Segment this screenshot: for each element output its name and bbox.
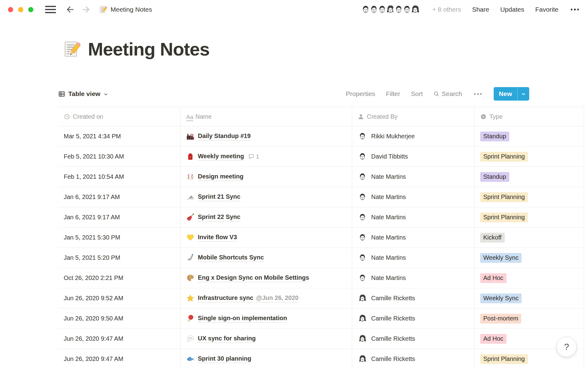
- new-button-label[interactable]: New: [494, 87, 517, 101]
- search-button[interactable]: Search: [433, 90, 462, 98]
- type-cell[interactable]: Sprint Planning: [475, 207, 584, 227]
- created-by-cell[interactable]: Camille Ricketts: [352, 329, 475, 349]
- created-on-cell[interactable]: Oct 26, 2020 2:21 PM: [58, 268, 181, 288]
- table-row: Feb 5, 2021 10:30 AMWeekly meeting1David…: [58, 147, 584, 167]
- column-header-created-on[interactable]: Created on: [58, 107, 181, 126]
- created-on-cell[interactable]: Jun 26, 2020 9:47 AM: [58, 349, 181, 368]
- page-link[interactable]: Weekly meeting: [198, 153, 244, 161]
- name-cell[interactable]: Sprint 21 Sync: [181, 187, 352, 207]
- page-link[interactable]: Sprint 21 Sync: [198, 193, 240, 201]
- type-cell[interactable]: Standup: [475, 126, 584, 146]
- page-link[interactable]: UX sync for sharing: [198, 335, 256, 343]
- date-mention[interactable]: @Jun 26, 2020: [256, 294, 298, 302]
- favorite-button[interactable]: Favorite: [535, 6, 559, 13]
- more-options-icon[interactable]: [570, 7, 580, 12]
- page-link[interactable]: Sprint 30 planning: [198, 355, 251, 363]
- type-cell[interactable]: Weekly Sync: [475, 248, 584, 268]
- created-by-cell[interactable]: Nate Martins: [352, 167, 475, 187]
- type-cell[interactable]: Weekly Sync: [475, 288, 584, 308]
- created-on-cell[interactable]: Jan 5, 2021 5:30 PM: [58, 228, 181, 247]
- created-by-cell[interactable]: Camille Ricketts: [352, 349, 475, 368]
- comment-count[interactable]: 1: [248, 153, 259, 160]
- page-link[interactable]: Mobile Shortcuts Sync: [198, 254, 264, 262]
- created-on-cell[interactable]: Feb 5, 2021 10:30 AM: [58, 147, 181, 167]
- collaborator-avatar: [409, 4, 421, 15]
- close-window-button[interactable]: [8, 7, 13, 12]
- column-header-created-by[interactable]: Created By: [352, 107, 475, 126]
- filter-button[interactable]: Filter: [386, 90, 400, 98]
- type-cell[interactable]: Sprint Planning: [475, 187, 584, 207]
- sneaker-emoji: [186, 193, 194, 201]
- name-cell[interactable]: Mobile Shortcuts Sync: [181, 248, 352, 268]
- created-on-cell[interactable]: Jun 26, 2020 9:47 AM: [58, 329, 181, 349]
- new-button[interactable]: New: [494, 87, 529, 101]
- page-link[interactable]: Sprint 22 Sync: [198, 213, 240, 221]
- forward-arrow-icon[interactable]: [81, 5, 90, 14]
- page-link[interactable]: Single sign-on implementation: [198, 315, 287, 323]
- sort-button[interactable]: Sort: [411, 90, 423, 98]
- created-on-cell[interactable]: Jan 5, 2021 5:20 PM: [58, 248, 181, 268]
- table-row: Mar 5, 2021 4:34 PMDaily Standup #19Rikk…: [58, 126, 584, 147]
- created-on-cell[interactable]: Jan 6, 2021 9:17 AM: [58, 207, 181, 227]
- created-by-cell[interactable]: Nate Martins: [352, 207, 475, 227]
- page-link[interactable]: Design meeting: [198, 173, 243, 181]
- table-view-switcher[interactable]: Table view: [58, 90, 108, 98]
- created-on-cell[interactable]: Jun 26, 2020 9:52 AM: [58, 288, 181, 308]
- type-cell[interactable]: Ad Hoc: [475, 268, 584, 288]
- created-by-cell[interactable]: David Tibbitts: [352, 147, 475, 167]
- page-link[interactable]: Eng x Design Sync on Mobile Settings: [198, 274, 309, 282]
- created-by-cell[interactable]: Nate Martins: [352, 187, 475, 207]
- type-badge: Sprint Planning: [480, 213, 528, 222]
- breadcrumb[interactable]: Meeting Notes: [99, 6, 152, 14]
- name-cell[interactable]: Daily Standup #19: [181, 126, 352, 146]
- creator-name: Nate Martins: [371, 173, 406, 180]
- chevron-down-icon: [104, 92, 108, 97]
- type-cell[interactable]: Kickoff: [475, 228, 584, 247]
- creator-avatar: [358, 192, 367, 202]
- page-link[interactable]: Infrastructure sync: [198, 294, 253, 302]
- name-cell[interactable]: Weekly meeting1: [181, 147, 352, 167]
- creator-avatar: [358, 334, 367, 343]
- column-header-name[interactable]: AaName: [181, 107, 352, 126]
- creator-name: David Tibbitts: [371, 153, 408, 160]
- created-by-cell[interactable]: Nate Martins: [352, 268, 475, 288]
- help-button[interactable]: ?: [556, 337, 577, 357]
- created-by-cell[interactable]: Nate Martins: [352, 228, 475, 247]
- name-cell[interactable]: Sprint 30 planning: [181, 349, 352, 368]
- minimize-window-button[interactable]: [18, 7, 23, 12]
- type-badge: Sprint Planning: [480, 354, 528, 364]
- created-by-cell[interactable]: Nate Martins: [352, 248, 475, 268]
- name-cell[interactable]: Design meeting: [181, 167, 352, 187]
- name-cell[interactable]: Sprint 22 Sync: [181, 207, 352, 227]
- updates-button[interactable]: Updates: [500, 6, 524, 13]
- name-cell[interactable]: Invite flow V3: [181, 228, 352, 247]
- creator-avatar: [358, 233, 367, 242]
- type-cell[interactable]: Sprint Planning: [475, 147, 584, 167]
- view-options-icon[interactable]: [473, 92, 483, 96]
- created-by-cell[interactable]: Camille Ricketts: [352, 288, 475, 308]
- name-cell[interactable]: Infrastructure sync@Jun 26, 2020: [181, 288, 352, 308]
- type-badge: Sprint Planning: [480, 152, 528, 162]
- created-on-value: Feb 1, 2021 10:54 AM: [64, 173, 124, 180]
- share-button[interactable]: Share: [472, 6, 489, 13]
- created-by-cell[interactable]: Camille Ricketts: [352, 309, 475, 328]
- type-cell[interactable]: Standup: [475, 167, 584, 187]
- created-on-cell[interactable]: Feb 1, 2021 10:54 AM: [58, 167, 181, 187]
- name-cell[interactable]: UX sync for sharing: [181, 329, 352, 349]
- new-dropdown-button[interactable]: [518, 87, 529, 101]
- created-on-cell[interactable]: Jun 26, 2020 9:50 AM: [58, 309, 181, 328]
- page-link[interactable]: Daily Standup #19: [198, 132, 251, 140]
- created-by-cell[interactable]: Rikki Mukherjee: [352, 126, 475, 146]
- back-arrow-icon[interactable]: [66, 5, 75, 14]
- page-link[interactable]: Invite flow V3: [198, 234, 237, 242]
- select-icon: [480, 113, 487, 120]
- name-cell[interactable]: Single sign-on implementation: [181, 309, 352, 328]
- created-on-cell[interactable]: Mar 5, 2021 4:34 PM: [58, 126, 181, 146]
- column-header-type[interactable]: Type: [475, 107, 584, 126]
- properties-button[interactable]: Properties: [346, 90, 375, 98]
- name-cell[interactable]: Eng x Design Sync on Mobile Settings: [181, 268, 352, 288]
- maximize-window-button[interactable]: [28, 7, 33, 12]
- sidebar-menu-icon[interactable]: [45, 6, 56, 13]
- type-cell[interactable]: Post-mortem: [475, 309, 584, 328]
- created-on-cell[interactable]: Jan 6, 2021 9:17 AM: [58, 187, 181, 207]
